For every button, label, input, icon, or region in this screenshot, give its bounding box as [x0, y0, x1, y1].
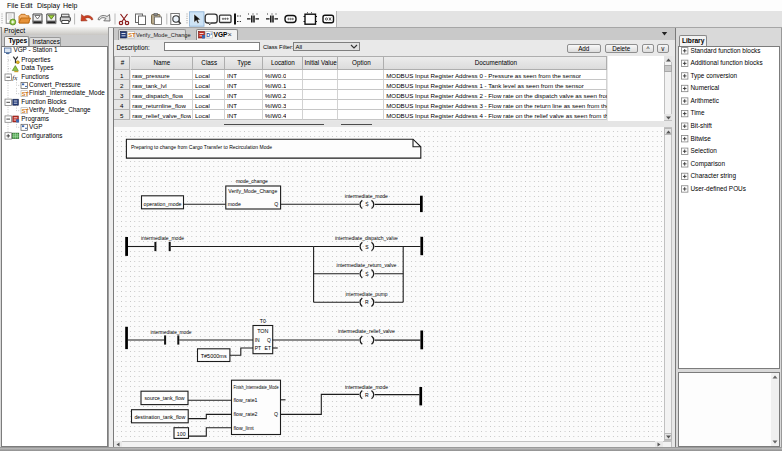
svg-text:intermediate_relief_valve: intermediate_relief_valve — [337, 328, 394, 334]
svg-text:T#5000ms: T#5000ms — [200, 353, 226, 359]
svg-text:TON: TON — [257, 328, 268, 334]
svg-text:IN: IN — [254, 337, 259, 343]
svg-text:100: 100 — [176, 431, 185, 437]
svg-text:intermediate_pump: intermediate_pump — [345, 291, 387, 297]
svg-text:ST: ST — [128, 32, 136, 38]
svg-text:T0: T0 — [259, 318, 265, 324]
svg-text:flow_limt: flow_limt — [233, 425, 254, 431]
svg-text:S: S — [365, 202, 369, 208]
svg-text:Verify_Mode_Change: Verify_Mode_Change — [228, 188, 277, 194]
svg-text:source_tank_flow: source_tank_flow — [144, 395, 184, 401]
svg-text:R: R — [365, 300, 369, 306]
svg-text:destination_tank_flow: destination_tank_flow — [134, 414, 185, 420]
svg-text:intermediate_mode: intermediate_mode — [345, 384, 388, 390]
svg-text:flow_rate1: flow_rate1 — [233, 397, 257, 403]
svg-text:flow_rate2: flow_rate2 — [233, 411, 257, 417]
svg-text:intermediate_mode: intermediate_mode — [150, 329, 191, 335]
svg-text:intermediate_mode: intermediate_mode — [141, 235, 184, 241]
svg-text:R: R — [365, 392, 369, 398]
svg-text:Preparing to change from Cargo: Preparing to change from Cargo Transfer … — [131, 144, 272, 150]
svg-text:intermediate_dispatch_valve: intermediate_dispatch_valve — [334, 235, 397, 241]
svg-text:S: S — [365, 244, 369, 250]
svg-text:operation_mode: operation_mode — [143, 202, 181, 208]
svg-text:Q: Q — [273, 411, 277, 417]
svg-text:fx: fx — [12, 74, 18, 82]
svg-text:mode: mode — [227, 202, 240, 208]
svg-text:PT: PT — [254, 345, 260, 351]
svg-text:Q: Q — [274, 202, 278, 208]
svg-text:S: S — [365, 271, 369, 277]
svg-text:Q: Q — [267, 337, 271, 343]
svg-text:D¹: D¹ — [206, 32, 212, 38]
svg-text:Finish_Intermediate_Mode: Finish_Intermediate_Mode — [233, 385, 278, 391]
svg-text:intermediate_return_valve: intermediate_return_valve — [336, 262, 396, 268]
svg-text:intermediate_mode: intermediate_mode — [344, 193, 387, 199]
svg-text:ET: ET — [264, 345, 270, 351]
svg-text:mode_change: mode_change — [235, 178, 267, 184]
